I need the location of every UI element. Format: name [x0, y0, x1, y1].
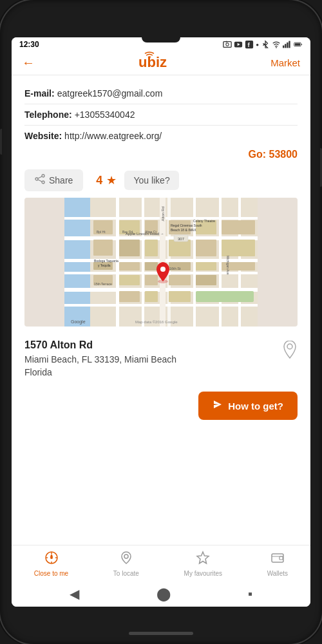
email-label: E-mail: — [24, 88, 55, 99]
go-label: Go: — [249, 149, 267, 160]
status-time: 12:30 — [19, 40, 39, 49]
svg-point-80 — [287, 344, 292, 349]
nav-close-to-me[interactable]: Close to me — [29, 549, 73, 578]
youtube-icon — [234, 40, 243, 49]
svg-rect-40 — [119, 262, 140, 270]
nav-wallets-label: Wallets — [267, 570, 288, 577]
home-bar — [129, 632, 193, 635]
svg-rect-35 — [93, 240, 113, 256]
svg-rect-84 — [272, 554, 283, 562]
svg-rect-13 — [295, 43, 300, 46]
address-street: 1570 Alton Rd — [24, 339, 176, 351]
phone-shell: 12:30 f ● ← u — [0, 0, 322, 644]
svg-rect-2 — [226, 41, 228, 43]
compass-icon — [44, 551, 59, 569]
svg-text:16th St: 16th St — [169, 267, 181, 270]
svg-rect-11 — [289, 41, 290, 48]
nav-wallets[interactable]: Wallets — [262, 549, 293, 578]
svg-rect-48 — [169, 220, 191, 234]
svg-rect-0 — [223, 42, 231, 48]
address-city: Miami Beach, FL 33139, Miami Beach Flori… — [24, 354, 176, 379]
svg-text:Michigan Ave: Michigan Ave — [226, 256, 230, 275]
status-icons: f ● — [223, 40, 303, 49]
photo-icon — [223, 40, 232, 49]
nav-my-favourites-label: My favourites — [184, 570, 222, 577]
how-to-get-button[interactable]: How to get? — [198, 392, 298, 420]
svg-point-7 — [276, 47, 277, 48]
nav-to-locate[interactable]: To locate — [108, 549, 144, 578]
svg-text:307: 307 — [178, 237, 185, 241]
svg-rect-85 — [279, 556, 283, 560]
dot-indicator: ● — [256, 42, 259, 48]
svg-text:Apple Lincoln Road →: Apple Lincoln Road → — [126, 232, 164, 236]
telephone-label: Telephone: — [24, 109, 72, 120]
address-section: 1570 Alton Rd Miami Beach, FL 33139, Mia… — [12, 333, 310, 385]
nav-my-favourites[interactable]: My favourites — [179, 549, 227, 578]
go-number: 53800 — [269, 149, 298, 160]
system-nav: ◀ ⬤ ▪ — [12, 581, 310, 607]
nav-to-locate-label: To locate — [113, 570, 139, 577]
back-system-button[interactable]: ◀ — [62, 583, 87, 604]
info-section: E-mail: eatgreek1570@gmail.com Telephone… — [12, 75, 310, 146]
website-label: Website: — [24, 131, 62, 141]
website-row: Website: http://www.eatgreek.org/ — [24, 126, 298, 146]
email-value: eatgreek1570@gmail.com — [57, 88, 163, 99]
logo: u biz — [138, 54, 167, 71]
svg-rect-45 — [145, 262, 158, 270]
svg-rect-44 — [145, 240, 158, 256]
share-button[interactable]: Share — [24, 169, 83, 191]
send-icon — [213, 399, 223, 412]
svg-text:y Tequila: y Tequila — [98, 263, 111, 267]
share-label: Share — [49, 175, 73, 185]
map-container[interactable]: Alton Rd Bay Rd Alton Ct Bpl Ht Apple Li… — [24, 198, 298, 327]
content-area: E-mail: eatgreek1570@gmail.com Telephone… — [12, 75, 310, 545]
star-icon: ★ — [106, 173, 117, 187]
home-system-button[interactable]: ⬤ — [149, 583, 178, 604]
svg-rect-51 — [169, 275, 191, 285]
svg-rect-31 — [219, 198, 222, 327]
svg-rect-9 — [285, 44, 286, 48]
svg-text:15th Terrace: 15th Terrace — [94, 282, 112, 286]
share-icon — [35, 174, 45, 187]
camera-notch — [142, 37, 180, 43]
email-row: E-mail: eatgreek1570@gmail.com — [24, 83, 298, 104]
you-like-button[interactable]: You like? — [124, 171, 178, 190]
svg-rect-39 — [119, 240, 140, 256]
battery-icon — [294, 40, 303, 49]
svg-rect-30 — [193, 198, 196, 327]
signal-icon — [283, 40, 292, 49]
how-to-get-row: How to get? — [12, 385, 310, 430]
svg-text:Google: Google — [71, 319, 86, 325]
telephone-row: Telephone: +13055340042 — [24, 104, 298, 126]
svg-rect-47 — [145, 291, 158, 302]
svg-point-75 — [160, 267, 166, 272]
svg-rect-46 — [145, 275, 158, 285]
svg-rect-56 — [196, 275, 216, 285]
svg-point-83 — [124, 554, 128, 558]
rating-area: 4 ★ — [96, 173, 117, 187]
svg-rect-10 — [287, 43, 288, 48]
svg-point-16 — [35, 178, 38, 180]
svg-text:Regal Cinemas South: Regal Cinemas South — [171, 223, 202, 227]
svg-text:Bodega Taqueria: Bodega Taqueria — [94, 259, 118, 263]
go-value: Go: 53800 — [249, 149, 298, 160]
actions-row: Share 4 ★ You like? — [12, 166, 310, 198]
logo-wifi-icon — [144, 52, 155, 59]
svg-line-17 — [38, 176, 42, 178]
svg-rect-8 — [283, 46, 284, 48]
phone-screen: 12:30 f ● ← u — [12, 37, 310, 607]
svg-rect-28 — [142, 198, 144, 327]
back-button[interactable]: ← — [22, 55, 35, 70]
volume-button — [0, 129, 2, 155]
svg-text:Bpl Ht: Bpl Ht — [97, 230, 106, 234]
market-button[interactable]: Market — [270, 57, 300, 68]
svg-rect-54 — [196, 240, 216, 256]
recent-system-button[interactable]: ▪ — [240, 583, 260, 604]
svg-text:Colony Theatre: Colony Theatre — [193, 219, 215, 223]
svg-text:Map data ©2016 Google: Map data ©2016 Google — [135, 320, 178, 324]
svg-rect-49 — [169, 240, 191, 256]
svg-text:Beach 18 & IMAX: Beach 18 & IMAX — [171, 228, 196, 232]
website-value: http://www.eatgreek.org/ — [64, 131, 162, 141]
how-to-get-label: How to get? — [228, 401, 283, 412]
locate-icon — [119, 551, 133, 569]
